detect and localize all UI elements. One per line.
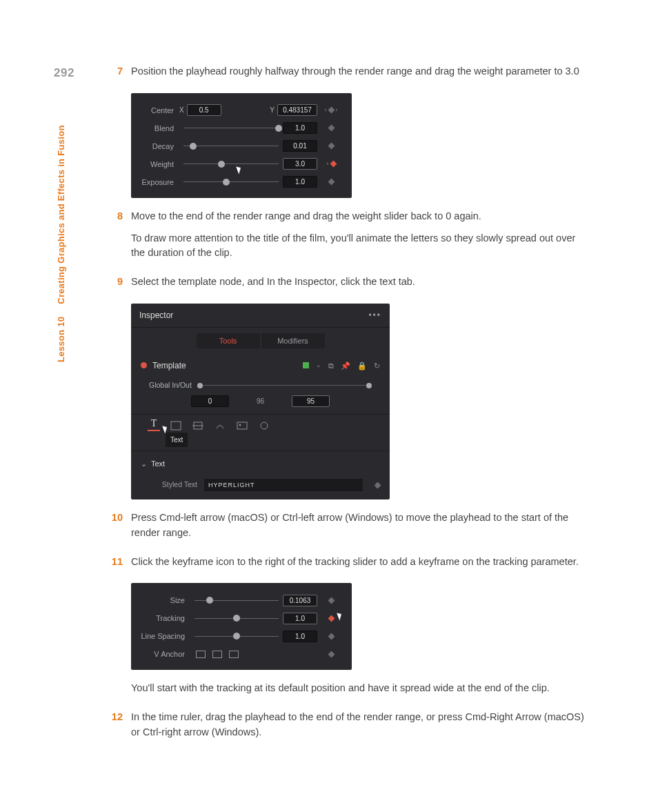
chevron-down-icon: ⌄ (141, 458, 147, 470)
pin-icon[interactable]: 📌 (341, 360, 350, 372)
center-label: Center (138, 105, 179, 117)
more-icon[interactable]: ••• (368, 309, 381, 321)
prev-keyframe-icon[interactable]: ‹ (327, 159, 329, 169)
content-column: 7 Position the playhead roughly halfway … (108, 64, 590, 754)
blend-input[interactable]: 1.0 (283, 122, 317, 134)
chevron-down-icon[interactable]: ⌄ (316, 361, 321, 370)
global-inout-row: Global In/Out (131, 377, 390, 393)
tracking-panel: Size 0.1063 Tracking 1.0 Line Spacing 1.… (131, 583, 352, 670)
template-row: Template ⌄ ⧉ 📌 🔒 ↻ (131, 354, 390, 377)
tool-tabs: T Text (131, 414, 390, 434)
vanchor-top-button[interactable] (196, 651, 206, 658)
step-number: 11 (108, 555, 131, 577)
marginal-heading: Lesson 10 Creating Graphics and Effects … (54, 125, 68, 362)
decay-label: Decay (138, 141, 179, 152)
color-swatch-icon[interactable] (303, 362, 309, 368)
blend-label: Blend (138, 123, 179, 135)
step-text: Move to the end of the render range and … (131, 209, 590, 224)
center-x-label: X (179, 105, 184, 115)
decay-row: Decay 0.01 (138, 137, 345, 155)
transform-tab-icon[interactable] (192, 420, 204, 431)
lock-icon[interactable]: 🔒 (357, 360, 367, 372)
text-tab-icon[interactable]: T (148, 420, 160, 431)
global-slider[interactable] (197, 382, 372, 390)
image-tab-icon[interactable] (236, 420, 248, 431)
size-slider[interactable] (195, 595, 279, 605)
enable-dot-icon[interactable] (141, 362, 147, 368)
linespacing-input[interactable]: 1.0 (283, 631, 317, 642)
tracking-row: Tracking 1.0 (138, 609, 345, 627)
svg-point-5 (261, 422, 268, 429)
range-out-input[interactable]: 95 (292, 395, 330, 407)
keyframe-icon[interactable] (328, 143, 335, 150)
step-10: 10 Press Cmd-left arrow (macOS) or Ctrl-… (108, 511, 590, 548)
size-row: Size 0.1063 (138, 591, 345, 609)
prev-keyframe-icon[interactable]: ‹ (325, 106, 327, 115)
weight-slider[interactable] (183, 159, 279, 169)
vanchor-bottom-button[interactable] (229, 651, 239, 658)
lesson-title: Creating Graphics and Effects in Fusion (56, 125, 66, 304)
global-label: Global In/Out (149, 380, 192, 391)
inspector-panel: Inspector ••• Tools Modifiers Template ⌄… (131, 304, 390, 499)
vanchor-label: V Anchor (138, 648, 190, 660)
keyframe-icon[interactable] (328, 597, 335, 604)
step-9: 9 Select the template node, and In the I… (108, 275, 590, 297)
blend-slider[interactable] (183, 123, 279, 133)
shading-tab-icon[interactable] (214, 420, 226, 431)
inspector-tabs: Tools Modifiers (131, 328, 390, 354)
inspector-title: Inspector (139, 309, 173, 321)
exposure-input[interactable]: 1.0 (283, 176, 317, 188)
post-step-11-paragraph: You'll start with the tracking at its de… (108, 681, 590, 703)
keyframe-active-icon[interactable] (330, 161, 337, 168)
exposure-row: Exposure 1.0 (138, 173, 345, 191)
styled-text-input[interactable]: HYPERLIGHT (204, 479, 363, 491)
tracking-slider[interactable] (195, 613, 279, 623)
svg-rect-3 (237, 422, 247, 429)
svg-rect-0 (171, 422, 181, 430)
keyframe-icon[interactable] (328, 179, 335, 186)
step-text: To draw more attention to the title of t… (131, 231, 590, 261)
settings-tab-icon[interactable] (258, 420, 270, 431)
range-in-input[interactable]: 0 (191, 395, 229, 407)
keyframe-icon[interactable] (375, 482, 381, 488)
step-text: You'll start with the tracking at its de… (131, 681, 590, 696)
size-label: Size (138, 595, 190, 606)
exposure-label: Exposure (138, 177, 179, 188)
exposure-slider[interactable] (183, 177, 279, 187)
template-label: Template (152, 359, 186, 372)
svg-point-4 (239, 424, 241, 426)
range-row: 0 96 95 (131, 393, 390, 414)
keyframe-icon[interactable] (328, 107, 335, 114)
step-12: 12 In the time ruler, drag the playhead … (108, 710, 590, 747)
keyframe-icon[interactable] (328, 651, 335, 657)
step-text: Click the keyframe icon to the right of … (131, 555, 590, 570)
next-keyframe-icon[interactable]: › (336, 106, 338, 115)
styled-text-label: Styled Text (141, 479, 197, 491)
range-mid: 96 (257, 395, 264, 407)
decay-slider[interactable] (183, 141, 279, 151)
decay-input[interactable]: 0.01 (283, 140, 317, 152)
vanchor-middle-button[interactable] (212, 651, 222, 658)
linespacing-row: Line Spacing 1.0 (138, 627, 345, 645)
text-section-header[interactable]: ⌄Text (131, 450, 390, 475)
weight-input[interactable]: 3.0 (283, 158, 317, 170)
layers-icon[interactable]: ⧉ (328, 360, 334, 372)
text-section-label: Text (151, 458, 165, 470)
lesson-number: Lesson 10 (56, 317, 66, 362)
keyframe-active-icon[interactable] (328, 615, 335, 622)
keyframe-icon[interactable] (328, 125, 335, 132)
center-y-input[interactable]: 0.483157 (277, 104, 317, 116)
step-number: 8 (108, 209, 131, 268)
tab-tools[interactable]: Tools (197, 333, 260, 348)
keyframe-icon[interactable] (328, 633, 335, 640)
size-input[interactable]: 0.1063 (283, 595, 317, 606)
linespacing-slider[interactable] (195, 631, 279, 641)
tracking-input[interactable]: 1.0 (283, 613, 317, 624)
blend-row: Blend 1.0 (138, 119, 345, 137)
tab-modifiers[interactable]: Modifiers (261, 333, 325, 348)
step-text: Select the template node, and In the Ins… (131, 275, 590, 290)
center-x-input[interactable]: 0.5 (187, 104, 221, 116)
layout-tab-icon[interactable] (170, 420, 182, 431)
reset-icon[interactable]: ↻ (374, 360, 380, 372)
parameter-panel: Center X 0.5 Y 0.483157 ‹› Blend 1.0 Dec… (131, 93, 352, 198)
